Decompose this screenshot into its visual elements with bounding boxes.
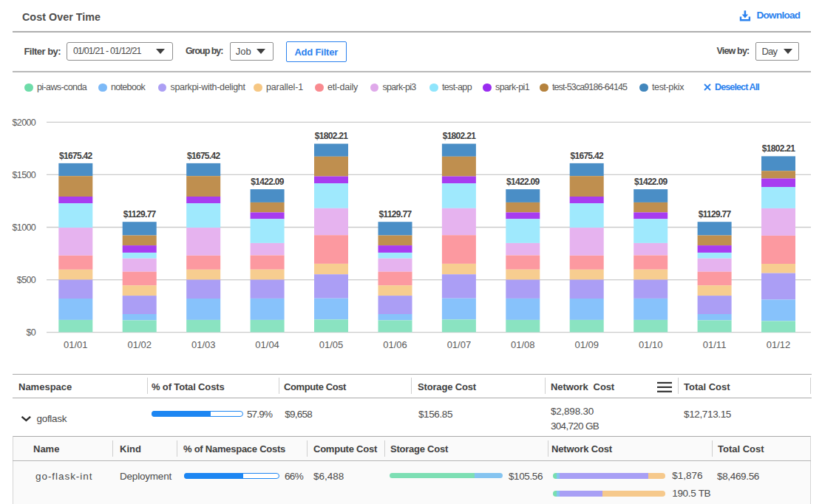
svg-text:$1129.77: $1129.77 <box>123 209 157 219</box>
svg-text:$2000: $2000 <box>13 118 36 128</box>
svg-text:$1129.77: $1129.77 <box>379 209 412 219</box>
svg-text:01/10: 01/10 <box>639 339 663 350</box>
svg-text:01/12: 01/12 <box>767 339 791 350</box>
svg-text:$1422.09: $1422.09 <box>506 177 540 187</box>
svg-text:$1802.21: $1802.21 <box>762 143 795 154</box>
svg-text:01/04: 01/04 <box>255 339 279 350</box>
svg-text:$1422.09: $1422.09 <box>634 177 668 187</box>
svg-text:$1129.77: $1129.77 <box>699 209 732 219</box>
svg-text:$1675.42: $1675.42 <box>570 151 603 161</box>
svg-text:$1802.21: $1802.21 <box>443 131 476 141</box>
svg-text:01/02: 01/02 <box>127 339 152 350</box>
svg-text:$1675.42: $1675.42 <box>187 151 220 161</box>
svg-text:$500: $500 <box>17 275 36 285</box>
svg-text:01/11: 01/11 <box>703 339 727 350</box>
svg-text:01/03: 01/03 <box>191 339 216 350</box>
svg-text:01/05: 01/05 <box>319 339 344 350</box>
svg-text:$1675.42: $1675.42 <box>59 151 92 161</box>
svg-text:01/01: 01/01 <box>64 339 88 350</box>
svg-text:01/07: 01/07 <box>447 339 472 350</box>
svg-text:01/08: 01/08 <box>511 339 535 350</box>
svg-text:$1000: $1000 <box>13 222 36 233</box>
svg-text:$0: $0 <box>26 327 35 338</box>
svg-text:$1422.09: $1422.09 <box>251 177 284 187</box>
svg-text:01/06: 01/06 <box>383 339 407 350</box>
svg-text:$1802.21: $1802.21 <box>315 131 348 141</box>
svg-text:01/09: 01/09 <box>574 339 599 350</box>
svg-text:$1500: $1500 <box>13 170 36 180</box>
